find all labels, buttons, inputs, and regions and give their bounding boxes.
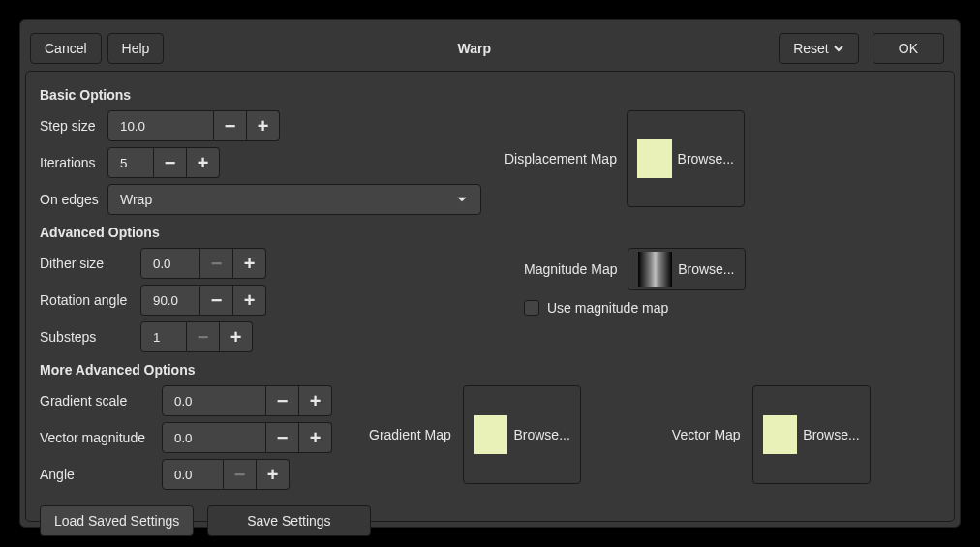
reset-button[interactable]: Reset <box>779 33 859 64</box>
dither-size-label: Dither size <box>40 256 140 271</box>
browse-label: Browse... <box>678 151 734 167</box>
iterations-decrement[interactable]: − <box>154 147 187 178</box>
rotation-angle-input[interactable] <box>140 285 200 316</box>
angle-input[interactable] <box>162 459 224 490</box>
rotation-angle-decrement[interactable]: − <box>200 285 233 316</box>
save-settings-button[interactable]: Save Settings <box>207 505 370 536</box>
advanced-options-heading: Advanced Options <box>40 225 940 240</box>
more-advanced-options-heading: More Advanced Options <box>40 362 940 378</box>
magnitude-map-thumbnail <box>638 252 673 287</box>
angle-decrement[interactable]: − <box>224 459 257 490</box>
displacement-map-label: Displacement Map <box>505 151 617 167</box>
iterations-input[interactable] <box>107 147 154 178</box>
gradient-map-thumbnail <box>474 415 508 454</box>
title-bar: Cancel Help Warp Reset OK <box>20 20 960 67</box>
vector-map-chooser[interactable]: Browse... <box>752 385 871 484</box>
dither-size-input[interactable] <box>140 248 200 279</box>
dither-size-decrement[interactable]: − <box>200 248 233 279</box>
displacement-map-chooser[interactable]: Browse... <box>627 110 745 207</box>
cancel-button[interactable]: Cancel <box>30 33 102 64</box>
iterations-increment[interactable]: + <box>187 147 220 178</box>
reset-label: Reset <box>793 41 829 56</box>
dither-size-increment[interactable]: + <box>233 248 266 279</box>
load-settings-button[interactable]: Load Saved Settings <box>40 505 194 536</box>
step-size-decrement[interactable]: − <box>214 110 247 141</box>
load-settings-label: Load Saved Settings <box>54 513 179 529</box>
angle-label: Angle <box>40 467 162 482</box>
displacement-map-thumbnail <box>637 139 672 178</box>
vector-map-thumbnail <box>763 415 798 454</box>
vector-magnitude-decrement[interactable]: − <box>266 422 299 453</box>
basic-options-heading: Basic Options <box>40 87 940 103</box>
substeps-increment[interactable]: + <box>220 321 253 352</box>
iterations-label: Iterations <box>40 155 107 170</box>
chevron-down-icon <box>833 43 844 54</box>
gradient-scale-input[interactable] <box>162 385 266 416</box>
ok-label: OK <box>899 41 918 56</box>
ok-button[interactable]: OK <box>873 33 944 64</box>
dialog-title: Warp <box>169 41 779 56</box>
browse-label: Browse... <box>803 427 859 442</box>
save-settings-label: Save Settings <box>247 513 330 529</box>
gradient-scale-decrement[interactable]: − <box>266 385 299 416</box>
on-edges-select[interactable]: Wrap <box>107 184 481 215</box>
rotation-angle-label: Rotation angle <box>40 292 140 308</box>
on-edges-label: On edges <box>40 192 107 207</box>
substeps-decrement[interactable]: − <box>187 321 220 352</box>
gradient-map-label: Gradient Map <box>369 427 451 442</box>
vector-magnitude-input[interactable] <box>162 422 266 453</box>
warp-dialog: Cancel Help Warp Reset OK Basic Options … <box>19 19 961 528</box>
cancel-label: Cancel <box>45 41 87 56</box>
help-label: Help <box>122 41 150 56</box>
vector-magnitude-label: Vector magnitude <box>40 430 162 445</box>
step-size-increment[interactable]: + <box>247 110 280 141</box>
angle-increment[interactable]: + <box>257 459 290 490</box>
use-magnitude-checkbox[interactable] <box>524 300 539 316</box>
help-button[interactable]: Help <box>107 33 165 64</box>
gradient-scale-label: Gradient scale <box>40 393 162 409</box>
gradient-map-chooser[interactable]: Browse... <box>463 385 581 484</box>
rotation-angle-increment[interactable]: + <box>233 285 266 316</box>
browse-label: Browse... <box>678 261 734 277</box>
gradient-scale-increment[interactable]: + <box>299 385 332 416</box>
magnitude-map-chooser[interactable]: Browse... <box>628 248 746 290</box>
browse-label: Browse... <box>513 427 569 442</box>
dialog-body: Basic Options Step size − + Iterations −… <box>25 71 955 522</box>
on-edges-value: Wrap <box>120 192 152 207</box>
substeps-input[interactable] <box>140 321 187 352</box>
use-magnitude-label: Use magnitude map <box>547 300 668 316</box>
step-size-input[interactable] <box>107 110 214 141</box>
vector-magnitude-increment[interactable]: + <box>299 422 332 453</box>
vector-map-label: Vector Map <box>672 427 741 442</box>
dropdown-icon <box>455 193 469 206</box>
substeps-label: Substeps <box>40 329 140 345</box>
magnitude-map-label: Magnitude Map <box>524 261 618 277</box>
step-size-label: Step size <box>40 118 107 134</box>
